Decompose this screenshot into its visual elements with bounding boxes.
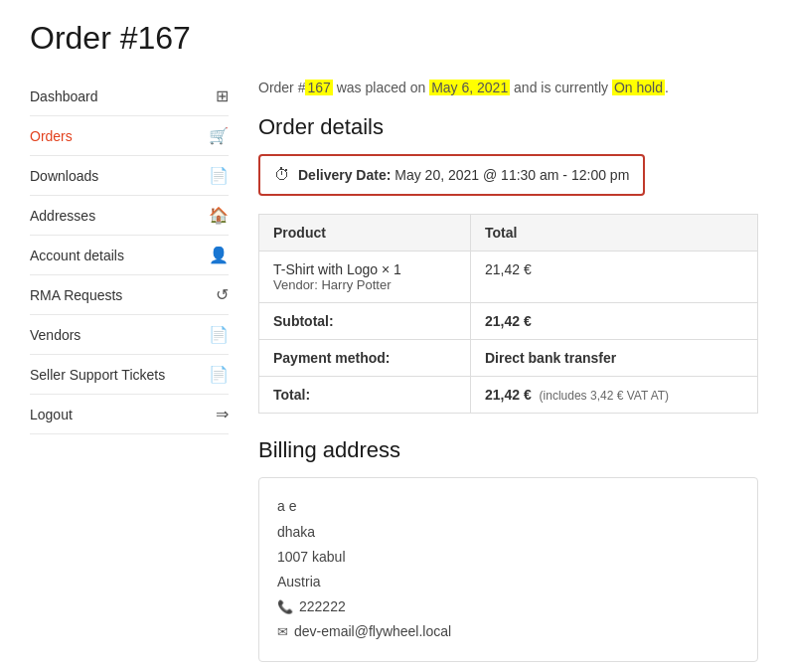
billing-email: dev-email@flywheel.local: [294, 619, 451, 644]
product-cell: T-Shirt with Logo × 1 Vendor: Harry Pott…: [259, 252, 471, 303]
sidebar-item-label: Orders: [30, 128, 73, 144]
sidebar-item-label: Dashboard: [30, 88, 98, 104]
vendor-label: Vendor:: [273, 277, 318, 292]
order-status-highlight: On hold: [612, 80, 665, 95]
sidebar-item-label: Addresses: [30, 208, 95, 224]
product-name: T-Shirt with Logo × 1: [273, 261, 456, 277]
summary-period: .: [665, 80, 669, 95]
content-area: Order #167 was placed on May 6, 2021 and…: [258, 77, 758, 662]
clock-icon: ⏱: [274, 166, 290, 184]
total-value: 21,42 €: [485, 387, 532, 403]
total-row: Total: 21,42 € (includes 3,42 € VAT AT): [259, 377, 758, 414]
delivery-date-box: ⏱ Delivery Date: May 20, 2021 @ 11:30 am…: [258, 154, 645, 196]
order-date-highlight: May 6, 2021: [429, 80, 510, 95]
billing-country: Austria: [277, 570, 739, 594]
order-table: Product Total T-Shirt with Logo × 1 Vend…: [258, 214, 758, 414]
total-label: Total:: [259, 377, 471, 414]
col-product: Product: [259, 215, 471, 252]
account-details-icon: 👤: [209, 246, 229, 264]
billing-address: a e dhaka 1007 kabul Austria 📞 222222 ✉ …: [258, 477, 758, 661]
addresses-icon: 🏠: [209, 206, 229, 225]
vendors-icon: 📄: [209, 325, 229, 344]
billing-postal-city: 1007 kabul: [277, 545, 739, 570]
sidebar-item-seller-support[interactable]: Seller Support Tickets📄: [30, 355, 229, 395]
page-wrapper: Order #167 Dashboard⊞Orders🛒Downloads📄Ad…: [0, 0, 788, 672]
billing-phone-line: 📞 222222: [277, 594, 739, 619]
billing-title: Billing address: [258, 437, 758, 463]
delivery-label: Delivery Date: May 20, 2021 @ 11:30 am -…: [298, 167, 629, 183]
sidebar-item-dashboard[interactable]: Dashboard⊞: [30, 77, 229, 116]
payment-label: Payment method:: [259, 340, 471, 377]
sidebar-item-label: Downloads: [30, 168, 98, 184]
summary-suffix: and is currently: [510, 80, 612, 95]
email-icon: ✉: [277, 620, 288, 643]
sidebar-item-addresses[interactable]: Addresses🏠: [30, 196, 229, 236]
vendor-name: Harry Potter: [321, 277, 391, 292]
subtotal-label: Subtotal:: [259, 303, 471, 340]
billing-city: dhaka: [277, 520, 739, 545]
sidebar-item-logout[interactable]: Logout⇒: [30, 395, 229, 434]
sidebar-item-label: RMA Requests: [30, 287, 122, 303]
orders-icon: 🛒: [209, 126, 229, 145]
summary-middle: was placed on: [333, 80, 429, 95]
sidebar-item-account-details[interactable]: Account details👤: [30, 236, 229, 275]
dashboard-icon: ⊞: [216, 86, 229, 105]
main-layout: Dashboard⊞Orders🛒Downloads📄Addresses🏠Acc…: [30, 77, 758, 662]
downloads-icon: 📄: [209, 166, 229, 185]
table-header-row: Product Total: [259, 215, 758, 252]
order-number-highlight: 167: [305, 80, 332, 95]
sidebar: Dashboard⊞Orders🛒Downloads📄Addresses🏠Acc…: [30, 77, 229, 662]
payment-row: Payment method: Direct bank transfer: [259, 340, 758, 377]
sidebar-item-orders[interactable]: Orders🛒: [30, 116, 229, 156]
order-summary: Order #167 was placed on May 6, 2021 and…: [258, 77, 758, 98]
phone-icon: 📞: [277, 595, 293, 618]
billing-name: a e: [277, 494, 739, 519]
subtotal-value: 21,42 €: [470, 303, 757, 340]
delivery-label-text: Delivery Date:: [298, 167, 391, 183]
subtotal-row: Subtotal: 21,42 €: [259, 303, 758, 340]
total-cell: 21,42 € (includes 3,42 € VAT AT): [470, 377, 757, 414]
sidebar-item-label: Vendors: [30, 327, 80, 343]
sidebar-item-label: Seller Support Tickets: [30, 367, 165, 383]
col-total: Total: [470, 215, 757, 252]
order-details-title: Order details: [258, 114, 758, 140]
product-row: T-Shirt with Logo × 1 Vendor: Harry Pott…: [259, 252, 758, 303]
logout-icon: ⇒: [216, 405, 229, 423]
sidebar-item-rma-requests[interactable]: RMA Requests↺: [30, 275, 229, 315]
vat-note: (includes 3,42 € VAT AT): [540, 389, 670, 403]
page-title: Order #167: [30, 20, 758, 57]
billing-phone: 222222: [299, 594, 346, 619]
seller-support-icon: 📄: [209, 365, 229, 384]
product-total: 21,42 €: [470, 252, 757, 303]
sidebar-item-label: Account details: [30, 248, 124, 263]
sidebar-item-label: Logout: [30, 407, 73, 422]
billing-email-line: ✉ dev-email@flywheel.local: [277, 619, 739, 644]
sidebar-item-vendors[interactable]: Vendors📄: [30, 315, 229, 355]
sidebar-item-downloads[interactable]: Downloads📄: [30, 156, 229, 196]
product-vendor: Vendor: Harry Potter: [273, 277, 456, 292]
rma-requests-icon: ↺: [216, 285, 229, 304]
payment-value: Direct bank transfer: [470, 340, 757, 377]
delivery-value: May 20, 2021 @ 11:30 am - 12:00 pm: [394, 167, 629, 183]
